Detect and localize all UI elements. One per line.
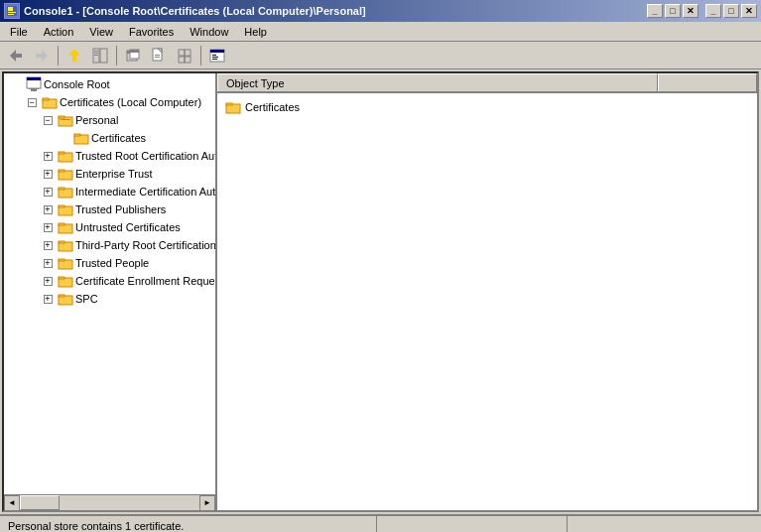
svg-rect-60 <box>226 103 232 105</box>
label-third-party-root: Third-Party Root Certification <box>75 239 215 251</box>
window-title: Console1 - [Console Root\Certificates (L… <box>24 5 366 17</box>
expander-spc[interactable]: + <box>40 291 56 307</box>
col-header-object-type[interactable]: Object Type <box>217 73 658 91</box>
label-untrusted-certs: Untrusted Certificates <box>75 221 181 233</box>
expander-trusted-root[interactable]: + <box>40 148 56 164</box>
tree-view[interactable]: Console Root − Certificates (Local Compu… <box>4 73 215 494</box>
expander-trusted-people[interactable]: + <box>40 255 56 271</box>
svg-rect-44 <box>59 170 64 172</box>
monitor-icon <box>26 76 42 92</box>
tree-item-cert-local[interactable]: − Certificates (Local Computer) <box>6 93 213 111</box>
hscroll-track[interactable] <box>20 495 199 510</box>
options-button[interactable] <box>173 45 196 66</box>
menu-bar: File Action View Favorites Window Help <box>0 22 761 42</box>
svg-rect-29 <box>212 59 217 60</box>
folder-icon-enterprise-trust <box>58 166 73 182</box>
label-certificates: Certificates <box>91 132 146 144</box>
svg-marker-5 <box>36 50 48 62</box>
close-button-2[interactable]: ✕ <box>741 4 757 18</box>
svg-marker-7 <box>68 49 80 56</box>
svg-rect-23 <box>179 57 185 63</box>
svg-rect-35 <box>43 98 49 100</box>
hscroll-thumb[interactable] <box>20 495 60 510</box>
svg-rect-3 <box>8 14 14 15</box>
console-button[interactable] <box>205 45 229 66</box>
menu-help[interactable]: Help <box>236 24 275 40</box>
right-panel: Object Type Certificates <box>217 73 757 510</box>
tree-item-trusted-people[interactable]: + Trusted People <box>6 254 213 272</box>
expander-personal[interactable]: − <box>40 112 56 128</box>
tree-item-personal[interactable]: − Personal <box>6 111 213 129</box>
tree-item-trusted-root[interactable]: + Trusted Root Certification Aut <box>6 147 213 165</box>
title-bar-controls: _ □ ✕ _ □ ✕ <box>647 4 757 18</box>
svg-rect-27 <box>212 55 216 56</box>
svg-rect-31 <box>27 77 41 80</box>
menu-action[interactable]: Action <box>36 24 82 40</box>
expander-trusted-publishers[interactable]: + <box>40 201 56 217</box>
main-container: Console Root − Certificates (Local Compu… <box>2 71 759 512</box>
folder-icon-trusted-people <box>58 255 73 271</box>
expander-console-root <box>8 76 24 92</box>
label-enterprise-trust: Enterprise Trust <box>75 168 153 180</box>
folder-icon-third-party-root <box>58 237 73 253</box>
menu-file[interactable]: File <box>2 24 36 40</box>
svg-rect-20 <box>155 57 160 58</box>
tree-item-trusted-publishers[interactable]: + Trusted Publishers <box>6 200 213 218</box>
column-header: Object Type <box>217 73 757 93</box>
col-header-object-type-label: Object Type <box>226 77 285 89</box>
expander-third-party-root[interactable]: + <box>40 237 56 253</box>
label-cert-enrollment: Certificate Enrollment Reques <box>75 275 215 287</box>
expander-untrusted-certs[interactable]: + <box>40 219 56 235</box>
title-bar-left: Console1 - [Console Root\Certificates (L… <box>4 3 366 19</box>
expander-enterprise-trust[interactable]: + <box>40 166 56 182</box>
expander-cert-local[interactable]: − <box>24 94 40 110</box>
tree-item-cert-enrollment[interactable]: + Certificate Enrollment Reques <box>6 272 213 290</box>
export-button[interactable] <box>147 45 171 66</box>
tree-hscrollbar[interactable]: ◄ ► <box>4 494 215 510</box>
hscroll-left-arrow[interactable]: ◄ <box>4 495 20 511</box>
content-item-certificates[interactable]: Certificates <box>221 97 753 117</box>
minimize-button-2[interactable]: _ <box>705 4 721 18</box>
tree-item-enterprise-trust[interactable]: + Enterprise Trust <box>6 165 213 183</box>
tree-item-console-root[interactable]: Console Root <box>6 75 213 93</box>
new-window-button[interactable] <box>121 45 145 66</box>
label-spc: SPC <box>75 293 98 305</box>
tree-item-untrusted-certs[interactable]: + Untrusted Certificates <box>6 218 213 236</box>
up-button[interactable] <box>63 45 86 66</box>
tree-item-intermediate-cert[interactable]: + Intermediate Certification Aut <box>6 183 213 200</box>
svg-rect-24 <box>185 57 190 63</box>
folder-open-icon-personal <box>58 112 73 128</box>
svg-rect-37 <box>59 116 64 118</box>
label-cert-local: Certificates (Local Computer) <box>60 96 201 108</box>
forward-button[interactable] <box>30 45 54 66</box>
tree-item-third-party-root[interactable]: + Third-Party Root Certification <box>6 236 213 254</box>
hscroll-right-arrow[interactable]: ► <box>199 495 215 511</box>
maximize-button[interactable]: □ <box>665 4 681 18</box>
close-button[interactable]: ✕ <box>683 4 698 18</box>
folder-icon-certificates <box>73 130 89 146</box>
tree-item-certificates[interactable]: Certificates <box>6 129 213 147</box>
menu-favorites[interactable]: Favorites <box>121 24 182 40</box>
maximize-button-2[interactable]: □ <box>723 4 739 18</box>
svg-rect-32 <box>31 89 37 91</box>
toolbar-separator-1 <box>58 46 59 66</box>
svg-rect-38 <box>61 119 70 120</box>
expander-cert-enrollment[interactable]: + <box>40 273 56 289</box>
tree-item-spc[interactable]: + SPC <box>6 290 213 308</box>
folder-icon-untrusted-certs <box>58 219 73 235</box>
expander-intermediate-cert[interactable]: + <box>40 184 56 200</box>
back-button[interactable] <box>4 45 28 66</box>
col-header-empty[interactable] <box>658 73 757 91</box>
svg-rect-50 <box>59 223 64 225</box>
svg-rect-6 <box>72 55 76 62</box>
svg-rect-10 <box>94 51 98 52</box>
svg-rect-22 <box>185 50 190 56</box>
menu-view[interactable]: View <box>81 24 121 40</box>
show-hide-tree[interactable] <box>88 45 112 66</box>
menu-window[interactable]: Window <box>182 24 236 40</box>
svg-rect-46 <box>59 188 64 190</box>
svg-rect-28 <box>212 57 218 58</box>
svg-rect-40 <box>74 134 80 136</box>
svg-rect-33 <box>29 88 39 89</box>
minimize-button[interactable]: _ <box>647 4 663 18</box>
